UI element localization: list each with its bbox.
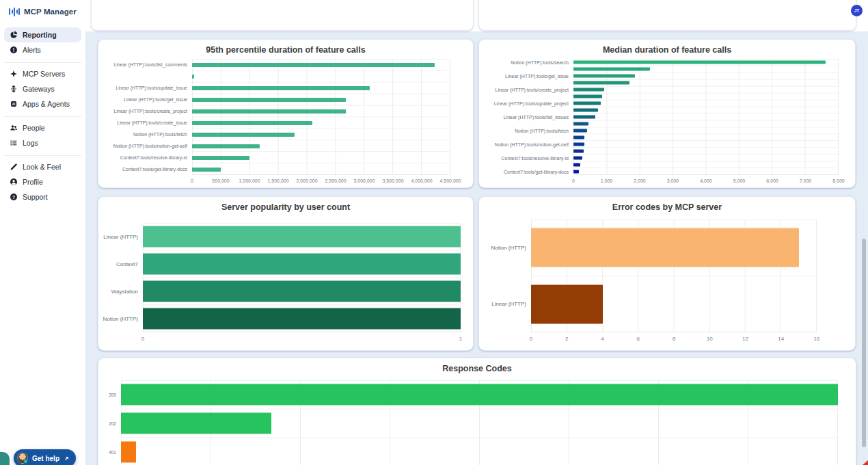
axis-tick: 6: [637, 336, 640, 342]
sidebar-item-label: Gateways: [23, 85, 55, 93]
user-avatar[interactable]: JT: [851, 5, 863, 16]
x-axis-ticks: 01: [143, 336, 461, 344]
sidebar-item-label: Support: [23, 193, 48, 201]
bar: [121, 384, 838, 406]
chart-row: [98, 70, 450, 82]
sidebar-group: Look & FeelProfile?Support: [4, 156, 81, 209]
category-label: Linear (HTTP):tools/update_issue: [98, 85, 192, 90]
plot-rows: 200202401: [98, 380, 838, 465]
chart-row: Linear (HTTP):tools/update_issue: [98, 82, 450, 94]
card-p95-duration: 95th percentile duration of feature call…: [98, 39, 474, 188]
category-label: Context7:tools/resolve-library-id: [479, 156, 573, 161]
bar-track: [192, 140, 450, 152]
sidebar-group: MCP ServersGatewaysAIApps & Agents: [4, 63, 81, 117]
sidebar-item-support[interactable]: ?Support: [4, 189, 81, 204]
vertical-scrollbar-thumb[interactable]: [862, 239, 866, 447]
category-label: Context7:tools/get-library-docs: [98, 167, 192, 172]
chart-row: 401: [98, 438, 838, 465]
bar-track: [573, 134, 839, 141]
chart-row: Notion (HTTP): [479, 220, 817, 276]
sidebar-item-gateways[interactable]: Gateways: [4, 81, 81, 96]
sidebar-item-alerts[interactable]: Alerts: [4, 42, 81, 57]
bar-track: [573, 79, 839, 86]
axis-tick: 3,000,000: [353, 178, 375, 183]
sidebar-item-reporting[interactable]: Reporting: [4, 27, 81, 42]
app-window: JT 95th percentile duration of feature c…: [0, 0, 868, 465]
bar: [573, 129, 587, 133]
bar: [143, 226, 461, 248]
card-median-duration: Median duration of feature calls Notion …: [478, 39, 856, 188]
axis-tick: 2,000: [634, 178, 646, 183]
bar: [573, 163, 580, 167]
bar-track: [573, 141, 839, 148]
pie-chart-icon: [10, 31, 18, 39]
bar: [573, 150, 584, 153]
sidebar-item-mcp-servers[interactable]: MCP Servers: [4, 66, 81, 81]
sidebar-item-look-feel[interactable]: Look & Feel: [4, 159, 81, 174]
move-arrows-icon: [10, 85, 18, 93]
category-label: 401: [98, 450, 121, 455]
category-label: Notion (HTTP):tools/fetch: [98, 132, 192, 137]
sidebar-item-label: MCP Servers: [23, 70, 65, 78]
get-help-button[interactable]: Get help: [14, 449, 76, 465]
chart-row: Linear (HTTP): [98, 223, 461, 250]
x-axis-ticks: 0500,0001,000,0001,500,0002,000,0002,500…: [192, 178, 450, 187]
category-label: Context7:tools/get-library-docs: [479, 170, 573, 174]
bar-track: [192, 82, 450, 94]
axis-tick: 1,000,000: [239, 178, 260, 183]
sidebar-item-label: Logs: [23, 139, 38, 147]
axis-tick: 6,000: [766, 178, 778, 183]
sidebar-item-people[interactable]: People: [4, 120, 81, 135]
axis-tick: 1,000: [601, 178, 613, 183]
axis-tick: 4,000,000: [411, 178, 432, 183]
bar: [573, 75, 635, 78]
bar-track: [143, 305, 461, 332]
axis-tick: 10: [707, 336, 713, 342]
category-label: Waystation: [98, 289, 143, 295]
chart-row: Linear (HTTP): [479, 276, 817, 333]
chart-row: Linear (HTTP):tools/create_project: [479, 86, 839, 93]
axis-tick: 500,000: [212, 178, 229, 183]
bar: [573, 116, 595, 119]
category-label: Linear (HTTP):tools/create_project: [479, 88, 573, 92]
chart-row: [479, 107, 839, 114]
axis-tick: 2: [565, 336, 568, 342]
category-label: Linear (HTTP): [98, 234, 143, 240]
bar-track: [192, 163, 450, 175]
sidebar-item-profile[interactable]: Profile: [4, 174, 81, 189]
onboarding-widget-corner[interactable]: [0, 452, 10, 465]
category-label: Context7: [98, 261, 143, 267]
category-label: Notion (HTTP):tools/notion-get-self: [479, 142, 573, 147]
chart-row: Notion (HTTP):tools/fetch: [479, 127, 839, 134]
category-label: 202: [98, 421, 121, 426]
bar-track: [573, 127, 839, 134]
bar-track: [143, 223, 461, 250]
alert-circle-icon: [10, 46, 18, 54]
bar-track: [192, 105, 450, 117]
bar: [192, 168, 221, 172]
bar: [573, 81, 629, 85]
chart-row: Linear (HTTP):tools/create_project: [98, 105, 450, 117]
chart-row: Context7: [98, 250, 461, 278]
list-icon: [10, 139, 18, 147]
bar-track: [121, 380, 838, 409]
category-label: Notion (HTTP): [98, 316, 143, 322]
error-codes-chart: Notion (HTTP)Linear (HTTP)0246810121416: [479, 197, 855, 350]
sidebar-item-apps-agents[interactable]: AIApps & Agents: [4, 96, 81, 111]
x-axis-ticks: 0246810121416: [531, 336, 817, 344]
chart-row: Context7:tools/resolve-library-id: [98, 152, 450, 163]
chart-row: [479, 93, 839, 100]
bar-track: [573, 148, 839, 155]
bar: [531, 284, 603, 323]
axis-tick: 0: [191, 178, 193, 183]
category-label: Linear (HTTP):tools/update_project: [479, 101, 573, 106]
bar-track: [573, 120, 839, 127]
axis-tick: 0: [572, 178, 575, 183]
chart-row: Linear (HTTP):tools/create_issue: [98, 117, 450, 129]
bar-track: [143, 278, 461, 305]
plot-rows: Notion (HTTP)Linear (HTTP): [479, 220, 817, 332]
open-external-icon: [64, 455, 70, 462]
bar: [143, 281, 461, 302]
sidebar-item-logs[interactable]: Logs: [4, 135, 81, 150]
sidebar-item-label: Look & Feel: [23, 163, 61, 171]
